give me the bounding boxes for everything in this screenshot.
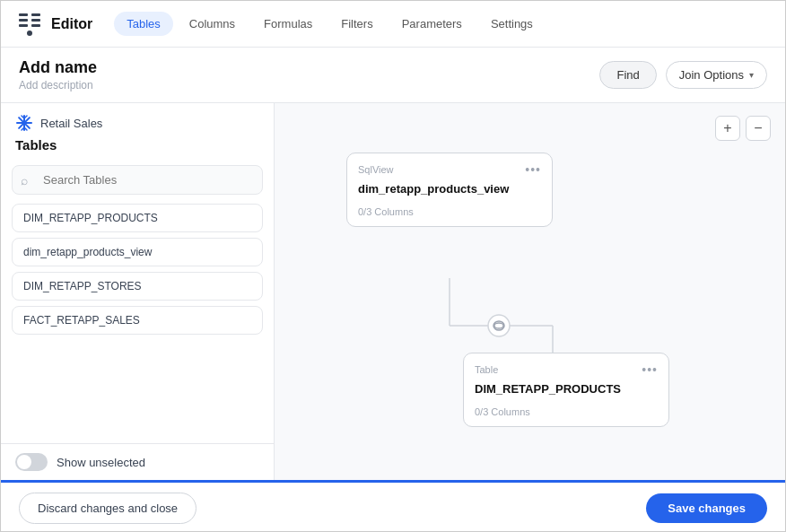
show-unselected-toggle[interactable]: [15, 453, 48, 471]
tab-formulas[interactable]: Formulas: [251, 12, 325, 36]
node-columns: 0/3 Columns: [347, 203, 552, 226]
svg-rect-1: [19, 19, 28, 22]
svg-point-19: [494, 323, 503, 328]
svg-rect-5: [31, 24, 40, 27]
tab-settings[interactable]: Settings: [478, 12, 546, 36]
join-options-button[interactable]: Join Options ▾: [666, 61, 767, 89]
discard-button[interactable]: Discard changes and close: [19, 493, 196, 524]
svg-point-6: [27, 31, 32, 36]
node-menu-icon[interactable]: •••: [525, 162, 541, 177]
sidebar-brand: Retail Sales: [1, 103, 274, 135]
zoom-out-button[interactable]: −: [746, 116, 771, 141]
sidebar-footer: Show unselected: [1, 443, 274, 480]
node-menu-icon[interactable]: •••: [642, 362, 658, 377]
top-bar: Editor Tables Columns Formulas Filters P…: [1, 1, 785, 48]
canvas-controls: + −: [715, 116, 771, 141]
brand-snowflake-icon: [15, 114, 33, 132]
header-right: Find Join Options ▾: [599, 61, 767, 89]
node-sqlview[interactable]: SqlView ••• dim_retapp_products_view 0/3…: [346, 153, 553, 227]
header-left: Add name Add description: [19, 58, 97, 92]
tab-tables[interactable]: Tables: [114, 12, 173, 36]
dataset-description: Add description: [19, 79, 97, 92]
app-title: Editor: [51, 16, 92, 32]
find-button[interactable]: Find: [599, 61, 656, 89]
node-columns: 0/3 Columns: [464, 403, 668, 426]
node-type-label: SqlView: [358, 164, 394, 175]
svg-rect-3: [31, 13, 40, 16]
sidebar: Retail Sales Tables ⌕ DIM_RETAPP_PRODUCT…: [1, 103, 275, 480]
svg-point-18: [488, 315, 510, 336]
search-input[interactable]: [12, 165, 263, 195]
brand-name: Retail Sales: [40, 117, 102, 130]
node-header: Table •••: [464, 353, 668, 380]
tab-parameters[interactable]: Parameters: [389, 12, 475, 36]
header-area: Add name Add description Find Join Optio…: [1, 48, 785, 103]
logo-icon: [15, 10, 44, 39]
list-item[interactable]: dim_retapp_products_view: [12, 238, 263, 266]
logo-area: Editor: [15, 10, 92, 39]
tab-filters[interactable]: Filters: [328, 12, 385, 36]
svg-rect-0: [19, 13, 28, 16]
node-table[interactable]: Table ••• DIM_RETAPP_PRODUCTS 0/3 Column…: [463, 353, 669, 427]
show-unselected-label: Show unselected: [57, 456, 145, 469]
canvas-area[interactable]: + − SqlView ••• dim_retapp_products_view…: [275, 103, 785, 480]
save-button[interactable]: Save changes: [646, 493, 767, 523]
tab-columns[interactable]: Columns: [177, 12, 248, 36]
svg-rect-4: [31, 19, 40, 22]
zoom-in-button[interactable]: +: [715, 116, 740, 141]
list-item[interactable]: FACT_RETAPP_SALES: [12, 306, 263, 335]
list-item[interactable]: DIM_RETAPP_STORES: [12, 272, 263, 301]
sidebar-section-title: Tables: [1, 135, 274, 161]
dataset-title: Add name: [19, 58, 97, 77]
main-layout: Retail Sales Tables ⌕ DIM_RETAPP_PRODUCT…: [1, 103, 785, 480]
list-item[interactable]: DIM_RETAPP_PRODUCTS: [12, 204, 263, 232]
chevron-down-icon: ▾: [749, 70, 754, 80]
node-name: dim_retapp_products_view: [347, 180, 552, 203]
nav-tabs: Tables Columns Formulas Filters Paramete…: [114, 12, 546, 36]
bottom-bar: Discard changes and close Save changes: [1, 480, 785, 532]
table-list: DIM_RETAPP_PRODUCTS dim_retapp_products_…: [1, 204, 274, 443]
node-header: SqlView •••: [347, 153, 552, 180]
search-icon: ⌕: [21, 173, 28, 188]
node-name: DIM_RETAPP_PRODUCTS: [464, 380, 668, 403]
svg-rect-2: [19, 24, 28, 27]
node-type-label: Table: [475, 364, 498, 375]
search-box: ⌕: [12, 165, 263, 195]
